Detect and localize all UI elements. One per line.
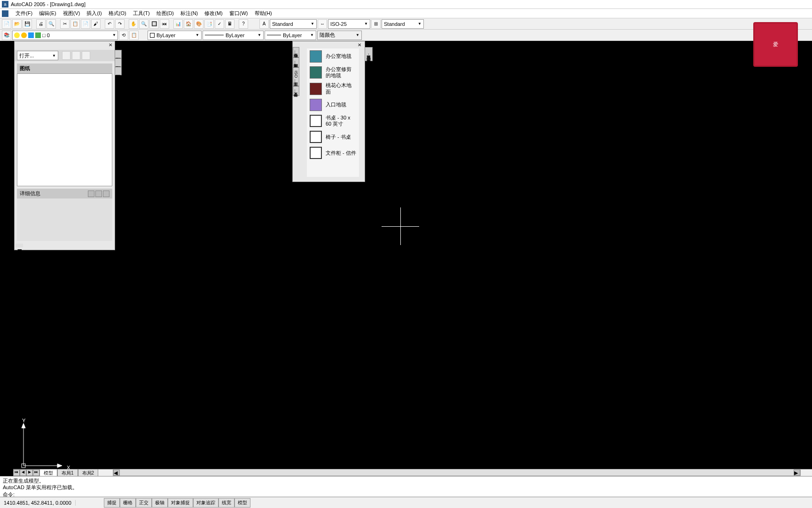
tab-next-icon[interactable]: ▶ [26,469,33,476]
tp-close-icon[interactable]: ✕ [358,42,363,48]
tool-item-4[interactable]: 书桌 - 30 x 60 英寸 [307,113,359,129]
refresh-icon[interactable] [62,51,70,60]
save-icon[interactable]: 💾 [23,19,32,29]
status-toggle-6[interactable]: 线宽 [219,498,234,508]
plotstyle-combo[interactable]: 随颜色▼ [317,31,362,40]
h-scrollbar[interactable]: ◀ ▶ [113,469,801,476]
status-toggle-7[interactable]: 模型 [234,498,250,508]
detail-view1-icon[interactable] [88,190,94,197]
tab-first-icon[interactable]: ⏮ [13,469,20,476]
side-tab-sheets[interactable]: 图纸列表 [115,50,122,58]
calc-icon[interactable]: 🖩 [225,19,234,29]
menu-dimension[interactable]: 标注(N) [177,10,201,17]
tab-prev-icon[interactable]: ◀ [20,469,26,476]
tab-layout1[interactable]: 布局1 [57,469,78,477]
tp-title-tab[interactable]: 工具选项板 - 所有选项板 [365,47,373,61]
markup-icon[interactable]: ✓ [215,19,224,29]
tool-item-2[interactable]: 桃花心木地面 [307,80,359,96]
close-icon[interactable]: ✕ [108,42,113,48]
menu-view[interactable]: 视图(V) [60,10,84,17]
tp-tab-office[interactable]: 办公室项... [293,47,299,57]
tool-item-3[interactable]: 入口地毯 [307,97,359,113]
tp-tab-command[interactable]: 命令工具... [293,86,299,96]
details-title: 详细信息 [20,190,40,197]
zoom-rt-icon[interactable]: 🔍 [139,19,148,29]
new-icon[interactable]: 📄 [2,19,11,29]
menu-help[interactable]: 帮助(H) [251,10,275,17]
status-toggle-2[interactable]: 正交 [136,498,152,508]
zoom-prev-icon[interactable]: ⏮ [160,19,169,29]
menu-window[interactable]: 窗口(W) [226,10,251,17]
drawings-list[interactable] [17,73,112,186]
tab-last-icon[interactable]: ⏭ [33,469,39,476]
menu-insert[interactable]: 插入(I) [83,10,105,17]
plot-icon[interactable]: 🖨 [36,19,46,29]
layer-prev-icon[interactable]: ⟲ [119,31,128,40]
drawing-area[interactable] [0,41,812,475]
menu-tools[interactable]: 工具(T) [130,10,153,17]
color-combo[interactable]: ByLayer▼ [148,31,202,40]
menu-edit[interactable]: 编辑(E) [36,10,60,17]
dim-style-combo[interactable]: ISO-25▼ [328,19,370,29]
redo-icon[interactable]: ↷ [115,19,125,29]
menu-format[interactable]: 格式(O) [105,10,130,17]
tp-tab-iso[interactable]: ISO 图案... [293,67,299,86]
copy-icon[interactable]: 📋 [70,19,80,29]
layer-combo[interactable]: □ 0 ▼ [12,31,118,40]
detail-view3-icon[interactable] [103,190,109,197]
layer-manager-icon[interactable]: 📚 [2,31,11,40]
preview-icon[interactable]: 🔍 [47,19,56,29]
dc-icon[interactable]: 🏠 [184,19,193,29]
menu-draw[interactable]: 绘图(D) [153,10,177,17]
menu-modify[interactable]: 修改(M) [201,10,226,17]
sheet-icon[interactable]: 📑 [204,19,214,29]
text-style-icon[interactable]: A [259,19,269,29]
undo-icon[interactable]: ↶ [105,19,114,29]
tool-item-label: 椅子 - 书桌 [326,134,351,140]
layer-states-icon[interactable]: 📋 [129,31,139,40]
status-toggle-1[interactable]: 栅格 [120,498,136,508]
tool-item-0[interactable]: 办公室地毯 [307,48,359,64]
zoom-win-icon[interactable]: 🔲 [149,19,159,29]
tab-layout2[interactable]: 布局2 [78,469,99,477]
new-sheet-icon[interactable] [72,51,80,60]
tool-item-1[interactable]: 办公室修剪的地毯 [307,64,359,80]
cmd-line1: 正在重生成模型。 [3,477,809,484]
table-style-icon[interactable]: ⊞ [371,19,381,29]
properties-icon[interactable]: 📊 [173,19,183,29]
sheet-open-combo[interactable]: 打开...▼ [17,51,58,60]
tool-item-6[interactable]: 文件柜 - 信件 [307,145,359,161]
linetype-combo[interactable]: ByLayer▼ [203,31,264,40]
status-toggle-0[interactable]: 捕捉 [104,498,120,508]
detail-view2-icon[interactable] [95,190,102,197]
dim-style-icon[interactable]: ↔ [318,19,327,29]
help-icon[interactable]: ? [239,19,248,29]
tp-icon[interactable]: 🎨 [194,19,203,29]
command-line[interactable]: 正在重生成模型。 AutoCAD 菜单实用程序已加载。 命令: [0,476,812,497]
scroll-left-icon[interactable]: ◀ [113,469,120,476]
match-icon[interactable]: 🖌 [91,19,101,29]
coords-display: 1410.4851, 452.8411, 0.0000 [0,500,76,506]
tab-model[interactable]: 模型 [39,469,57,477]
paste-icon[interactable]: 📄 [81,19,90,29]
sheet-props-icon[interactable] [82,51,90,60]
cut-icon[interactable]: ✂ [60,19,70,29]
text-style-combo[interactable]: Standard▼ [270,19,317,29]
status-toggle-4[interactable]: 对象捕捉 [168,498,193,508]
menu-file[interactable]: 文件(F) [12,10,36,17]
tool-item-5[interactable]: 椅子 - 书桌 [307,129,359,145]
lock-icon [28,32,34,38]
lineweight-combo[interactable]: ByLayer▼ [265,31,316,40]
scroll-right-icon[interactable]: ▶ [794,469,800,476]
pan-icon[interactable]: ✋ [129,19,138,29]
layers-toolbar: 📚 □ 0 ▼ ⟲ 📋 ByLayer▼ ByLayer▼ ByLayer▼ 随… [0,30,812,41]
open-icon[interactable]: 📂 [12,19,22,29]
side-tab-resources[interactable]: 资源图纸 [115,67,122,75]
tool-item-label: 入口地毯 [326,102,346,108]
status-toggle-3[interactable]: 极轴 [152,498,168,508]
table-style-combo[interactable]: Standard▼ [382,19,424,29]
tp-tab-imperial[interactable]: 英制图案... [293,57,299,68]
status-toggle-5[interactable]: 对象追踪 [193,498,219,508]
doc-icon[interactable] [2,10,8,17]
side-tab-views[interactable]: 视图列表 [115,58,122,67]
